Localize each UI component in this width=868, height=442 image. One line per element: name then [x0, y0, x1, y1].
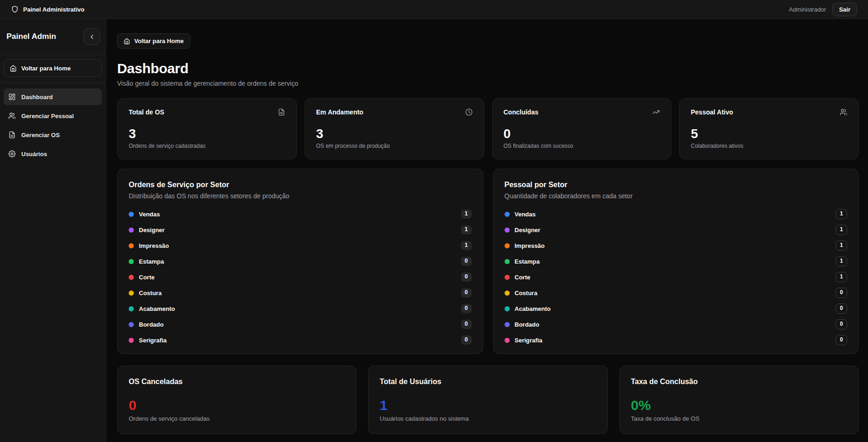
sector-color-dot: [505, 275, 510, 280]
sector-count-badge: 1: [461, 209, 472, 218]
file-text-icon: [8, 131, 16, 139]
sector-panels-row: Ordens de Serviço por Setor Distribuição…: [117, 169, 859, 354]
sector-list: Vendas1Designer1Impressão1Estampa1Corte1…: [505, 209, 848, 345]
stat-card-value: 0: [504, 127, 660, 140]
sector-color-dot: [129, 275, 134, 280]
sector-color-dot: [129, 290, 134, 296]
stat-card-description: Colaboradores ativos: [691, 143, 847, 149]
sidebar-item-gerenciar-os[interactable]: Gerenciar OS: [4, 126, 102, 143]
panel-title: Pessoal por Setor: [505, 181, 848, 189]
panel-title: Ordens de Serviço por Setor: [129, 181, 472, 189]
stat-card-em-andamento: Em Andamento 3 OS em processo de produçã…: [305, 98, 484, 159]
sector-color-dot: [505, 212, 510, 217]
users-icon: [840, 108, 847, 116]
logged-user-label: Administrador: [789, 6, 826, 13]
sector-row: Corte1: [505, 272, 848, 282]
sector-count-badge: 0: [461, 272, 472, 281]
sector-row: Serigrafia0: [129, 335, 472, 345]
card-os-canceladas: OS Canceladas 0 Ordens de serviço cancel…: [117, 366, 356, 434]
sector-row: Vendas1: [129, 209, 472, 219]
panel-subtitle: Distribuição das OS nos diferentes setor…: [129, 192, 472, 200]
sector-color-dot: [129, 322, 134, 327]
gear-icon: [8, 150, 16, 158]
home-icon: [10, 65, 17, 72]
sector-row: Corte0: [129, 272, 472, 282]
sector-row: Impressão1: [129, 241, 472, 250]
sidebar-item-gerenciar-pessoal[interactable]: Gerenciar Pessoal: [4, 107, 102, 124]
bottom-card-description: Ordens de serviço canceladas: [129, 415, 345, 422]
shield-icon: [11, 6, 19, 13]
stat-card-value: 5: [691, 127, 847, 140]
sector-label: Bordado: [139, 321, 461, 328]
stat-card-title: Total de OS: [129, 108, 164, 116]
bottom-card-title: Taxa de Conclusão: [631, 378, 847, 386]
sector-count-badge: 0: [836, 303, 847, 313]
sidebar-menu: Dashboard Gerenciar Pessoal Gerenciar OS…: [0, 83, 106, 168]
back-home-button[interactable]: Voltar para Home: [117, 33, 190, 49]
sidebar: Painel Admin Voltar para Home Dashboard: [0, 19, 106, 442]
sector-label: Corte: [515, 274, 836, 281]
users-icon: [8, 112, 16, 120]
sidebar-item-dashboard[interactable]: Dashboard: [4, 88, 102, 105]
sidebar-collapse-button[interactable]: [83, 28, 100, 45]
bottom-card-description: Usuários cadastrados no sistema: [380, 415, 596, 422]
stat-card-title: Em Andamento: [316, 108, 363, 116]
stat-card-row: Total de OS 3 Ordens de serviço cadastra…: [117, 98, 859, 159]
sector-label: Vendas: [139, 211, 461, 218]
bottom-card-title: Total de Usuários: [380, 378, 596, 386]
sector-row: Estampa0: [129, 257, 472, 266]
sector-color-dot: [505, 306, 510, 311]
sector-count-badge: 1: [461, 225, 472, 234]
sector-color-dot: [505, 322, 510, 327]
bottom-card-value: 0: [129, 398, 345, 412]
sector-count-badge: 0: [836, 335, 847, 345]
sector-count-badge: 0: [461, 288, 472, 297]
sidebar-item-usuarios[interactable]: Usuários: [4, 145, 102, 162]
sector-color-dot: [129, 306, 134, 311]
topbar-brand: Painel Administrativo: [11, 6, 84, 13]
sector-color-dot: [129, 243, 134, 248]
card-total-usuarios: Total de Usuários 1 Usuários cadastrados…: [368, 366, 607, 434]
sector-count-badge: 1: [836, 225, 847, 234]
bottom-card-title: OS Canceladas: [129, 378, 345, 386]
logout-button[interactable]: Sair: [832, 3, 857, 16]
sector-label: Serigrafia: [515, 337, 836, 344]
sector-count-badge: 1: [836, 209, 847, 219]
sector-row: Bordado0: [505, 320, 848, 329]
sector-label: Serigrafia: [139, 337, 461, 344]
sector-label: Bordado: [515, 321, 836, 328]
sector-color-dot: [129, 227, 134, 233]
sector-count-badge: 0: [461, 320, 472, 328]
panel-os-por-setor: Ordens de Serviço por Setor Distribuição…: [117, 169, 483, 354]
sector-label: Estampa: [139, 258, 461, 265]
home-icon: [124, 38, 130, 44]
sector-color-dot: [505, 338, 510, 343]
sector-row: Impressão1: [505, 241, 848, 250]
stat-card-value: 3: [129, 127, 285, 140]
sector-count-badge: 1: [461, 241, 472, 250]
sidebar-home-button[interactable]: Voltar para Home: [4, 59, 102, 77]
sector-label: Vendas: [515, 211, 836, 218]
sector-count-badge: 0: [461, 257, 472, 265]
sector-color-dot: [129, 212, 134, 217]
stat-card-description: Ordens de serviço cadastradas: [129, 143, 285, 149]
panel-pessoal-por-setor: Pessoal por Setor Quantidade de colabora…: [493, 169, 859, 354]
card-taxa-conclusao: Taxa de Conclusão 0% Taxa de conclusão d…: [619, 366, 859, 434]
sector-label: Impressão: [515, 242, 836, 249]
stat-card-title: Pessoal Ativo: [691, 108, 733, 116]
stat-card-concluidas: Concluídas 0 OS finalizadas com sucesso: [492, 98, 672, 159]
sector-count-badge: 0: [836, 319, 847, 329]
sector-count-badge: 1: [836, 256, 847, 266]
bottom-card-value: 0%: [631, 398, 847, 412]
stat-card-description: OS finalizadas com sucesso: [504, 143, 660, 149]
sector-label: Costura: [515, 290, 836, 297]
page-subtitle: Visão geral do sistema de gerenciamento …: [117, 80, 859, 87]
sector-row: Vendas1: [505, 209, 848, 219]
chevron-left-icon: [88, 33, 95, 40]
sector-label: Acabamento: [139, 305, 461, 312]
bottom-card-description: Taxa de conclusão de OS: [631, 415, 847, 422]
sector-row: Bordado0: [129, 320, 472, 329]
bottom-card-value: 1: [380, 398, 596, 412]
stat-card-pessoal-ativo: Pessoal Ativo 5 Colaboradores ativos: [679, 98, 859, 159]
sector-row: Acabamento0: [505, 304, 848, 313]
